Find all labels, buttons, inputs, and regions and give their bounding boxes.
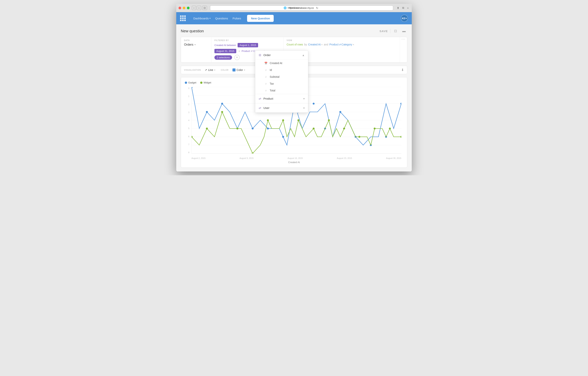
fullscreen-button[interactable]: ⧉ [401,6,405,10]
forward-button[interactable]: › [197,6,201,10]
widget-color-dot [200,82,202,84]
product-chevron-down-icon: ▾ [303,97,305,100]
order-section-title: ⊞ Order [259,53,271,57]
color-selector[interactable]: Color ▾ [232,68,245,71]
svg-point-19 [339,111,341,113]
window-title: Metbase [289,6,299,9]
nav-pulses[interactable]: Pulses [232,17,241,20]
svg-point-14 [267,128,269,130]
titlebar-actions: ⬆ ⧉ + [396,6,410,10]
order-chevron-up-icon: ▲ [302,54,305,57]
data-dropdown-arrow-icon: ▾ [194,43,196,46]
minimize-button[interactable] [183,7,185,9]
svg-point-35 [358,136,360,138]
save-button[interactable]: SAVE [379,30,388,33]
download-button[interactable]: ⬇ [401,68,404,72]
data-label: DATA [184,39,208,42]
field-id[interactable]: # Id [255,66,308,73]
back-button[interactable]: ‹ [192,6,196,10]
user-chevron-down-icon: ▾ [303,106,305,110]
hash-icon: # [264,69,267,71]
svg-point-10 [206,111,208,113]
product-join-icon: ⇄ [259,97,261,100]
svg-point-37 [389,128,391,130]
svg-point-29 [267,119,269,121]
filter1-field[interactable]: Created At between [214,44,236,47]
main-content: New question SAVE ⊡ ▬ DATA Orders ▾ [176,24,412,171]
product-section-header[interactable]: ⇄ Product ▾ [255,94,308,103]
view-controls: Count of rows by Created At × and Produc… [287,43,397,46]
svg-point-38 [400,136,401,138]
view-and: and [324,43,328,46]
svg-point-23 [400,103,401,105]
svg-point-33 [328,119,330,121]
nav-questions[interactable]: Questions [215,17,228,20]
calendar-icon: 📅 [264,62,267,65]
selections-badge[interactable]: 2 selections [214,55,232,60]
viz-chevron-icon: ▾ [214,69,215,71]
user-section-header[interactable]: ⇄ User ▾ [255,103,308,112]
hash-icon-4: # [264,89,267,92]
user-chevron-icon: ▾ [406,17,407,19]
color-chevron-icon: ▾ [244,69,245,71]
tab-button[interactable]: ⊡ [202,6,207,10]
x-axis-title: Created At [185,161,403,164]
field-subtotal[interactable]: # Subtotal [255,73,308,80]
dim2-remove-icon[interactable]: × [353,43,354,46]
user-avatar[interactable]: KD ▾ [401,15,408,22]
url-bar[interactable]: 🌐 https:// metabase.my.co ↻ [210,6,393,11]
svg-point-26 [221,111,223,113]
traffic-lights [178,7,189,9]
svg-point-25 [206,128,208,130]
reload-button[interactable]: ↻ [316,6,318,10]
svg-point-27 [236,128,238,130]
globe-icon: 🌐 [284,6,287,9]
maximize-button[interactable] [187,7,189,9]
view-dim2[interactable]: Product ⇄ Category × [329,43,354,46]
page-title: New question [181,29,204,33]
filter-add-button[interactable]: + [234,55,240,60]
add-tab-button[interactable]: + [406,6,410,10]
data-selector[interactable]: Orders ▾ [184,43,208,46]
field-tax[interactable]: # Tax [255,80,308,87]
share-button[interactable]: ⬆ [396,6,400,10]
page-header: New question SAVE ⊡ ▬ [181,28,407,34]
view-metric[interactable]: Count of rows [287,43,303,46]
filter2-icon: ⇄ [251,50,252,52]
viz-type-selector[interactable]: ↗ Line ▾ [205,68,215,71]
hash-icon-2: # [264,76,267,78]
top-navigation: Dashboards ▾ Questions Pulses New Questi… [176,12,412,24]
svg-point-30 [282,119,284,121]
logo-icon[interactable] [180,15,186,21]
svg-point-15 [282,136,284,138]
dim1-remove-icon[interactable]: × [321,43,323,46]
order-section-header[interactable]: ⊞ Order ▲ [255,51,308,60]
expand-icon-button[interactable]: ⊡ [393,28,399,34]
color-swatch [232,68,235,71]
more-options-button[interactable]: ··· [401,37,406,62]
y-axis: 8 7 6 5 4 3 2 1 0 [185,87,190,154]
legend-gadget: Gadget [185,81,196,84]
new-question-button[interactable]: New Question [247,15,274,22]
filter-label: FILTERED BY [214,39,280,42]
svg-point-17 [313,103,315,105]
product-section-title: ⇄ Product [259,97,273,100]
field-total[interactable]: # Total [255,87,308,94]
close-button[interactable] [178,7,181,9]
view-toggle-button[interactable]: ▬ [401,28,407,34]
nav-dashboards[interactable]: Dashboards ▾ [193,17,211,20]
qb-data-section: DATA Orders ▾ [181,37,211,62]
svg-point-11 [221,103,223,105]
svg-point-32 [313,128,315,130]
field-picker-dropdown: ⊞ Order ▲ 📅 Created At # Id # [255,50,308,113]
titlebar: ‹ › ⊡ 🌐 https:// metabase.my.co ↻ Metbas… [176,4,412,12]
view-dim1[interactable]: Created At × [308,43,323,46]
field-created-at[interactable]: 📅 Created At [255,60,308,66]
browser-window: ‹ › ⊡ 🌐 https:// metabase.my.co ↻ Metbas… [176,4,412,171]
order-items-list: 📅 Created At # Id # Subtotal # Tax [255,60,308,94]
filter-date1-chip[interactable]: August 1, 2015 [238,43,258,47]
filter1-remove-icon[interactable]: × [239,50,240,53]
svg-point-31 [297,119,299,121]
filter-date2-chip[interactable]: August 31, 2015 [214,49,236,53]
query-builder: DATA Orders ▾ FILTERED BY Created At bet… [181,37,407,63]
